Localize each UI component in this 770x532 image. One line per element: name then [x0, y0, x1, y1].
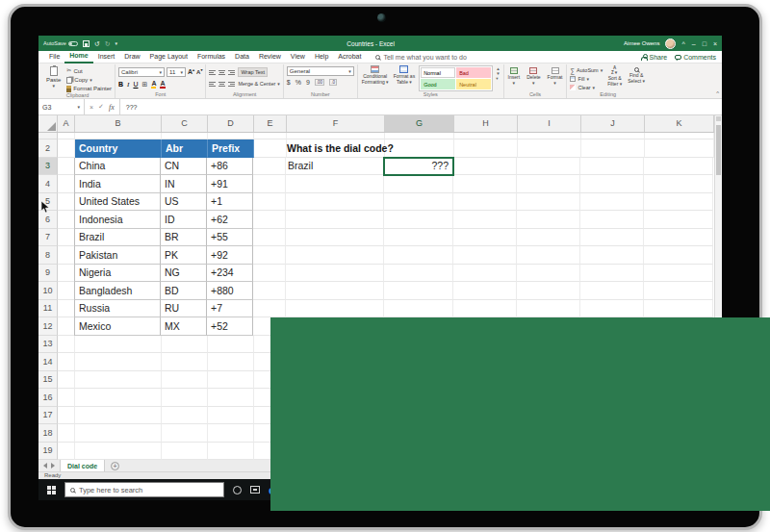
cell-G7[interactable] [384, 229, 453, 247]
style-neutral[interactable]: Neutral [456, 79, 491, 89]
ribbon-tab-draw[interactable]: Draw [119, 51, 144, 63]
cell-A9[interactable] [58, 265, 75, 283]
cell-B10[interactable]: Bangladesh [74, 282, 161, 300]
redo-icon[interactable]: ↻ [105, 40, 111, 47]
column-header-K[interactable]: K [645, 115, 714, 132]
cell-A11[interactable] [58, 300, 75, 318]
cell-D11[interactable]: +7 [207, 300, 253, 318]
row-header-10[interactable]: 10 [38, 282, 58, 300]
taskbar-search-input[interactable]: Type here to search [64, 482, 224, 497]
name-box[interactable]: G3 ▾ [38, 99, 85, 114]
insert-function-icon[interactable]: fx [109, 103, 115, 112]
format-as-table-button[interactable]: Format asTable ▾ [393, 65, 417, 85]
align-center-icon[interactable] [218, 81, 225, 88]
cell-H2[interactable] [454, 139, 518, 158]
row-header-9[interactable]: 9 [38, 265, 58, 283]
cell-B7[interactable]: Brazil [74, 229, 161, 247]
row-header-12[interactable]: 12 [38, 317, 58, 336]
ribbon-tab-review[interactable]: Review [254, 51, 286, 63]
cell-A18[interactable] [58, 424, 75, 443]
cell-D8[interactable]: +92 [207, 246, 253, 265]
cell-E6[interactable] [253, 211, 286, 229]
save-icon[interactable] [83, 40, 90, 47]
sort-filter-button[interactable]: AZ▼ Sort &Filter ▾ [606, 65, 623, 87]
ribbon-tab-home[interactable]: Home [64, 50, 92, 63]
cell-B16[interactable] [75, 389, 162, 407]
cell-D1[interactable] [208, 133, 254, 139]
user-name[interactable]: Aimee Owens [624, 40, 659, 46]
cell-G9[interactable] [384, 265, 453, 283]
cell-F11[interactable] [286, 300, 384, 318]
cell-C8[interactable]: PK [161, 246, 207, 265]
cell-E4[interactable] [253, 175, 286, 193]
cell-D9[interactable]: +234 [207, 265, 253, 283]
cell-F5[interactable] [286, 193, 384, 212]
cell-A17[interactable] [58, 407, 75, 425]
column-header-C[interactable]: C [162, 115, 208, 132]
cortana-icon[interactable] [233, 486, 242, 494]
cell-C19[interactable] [162, 443, 208, 461]
format-cells-button[interactable]: Format▾ [547, 67, 564, 86]
cell-F2[interactable]: What is the dial code? [287, 139, 385, 158]
cell-A13[interactable] [58, 336, 75, 354]
select-all-corner[interactable] [38, 115, 58, 132]
cell-J3[interactable] [580, 158, 644, 176]
collapse-ribbon-icon[interactable]: ^ [716, 90, 719, 96]
cell-F3[interactable]: Brazil [286, 158, 384, 176]
cell-E2[interactable] [254, 139, 287, 158]
cell-H1[interactable] [454, 133, 518, 139]
column-header-E[interactable]: E [254, 115, 287, 132]
ribbon-tab-formulas[interactable]: Formulas [192, 51, 230, 63]
cell-I10[interactable] [517, 282, 580, 300]
row-header-8[interactable]: 8 [38, 246, 58, 265]
cell-A16[interactable] [58, 389, 75, 407]
cell-D19[interactable] [208, 443, 254, 461]
cell-D14[interactable] [208, 353, 254, 371]
row-header-2[interactable]: 2 [38, 139, 58, 158]
style-normal[interactable]: Normal [421, 67, 455, 78]
cell-J6[interactable] [580, 211, 644, 229]
decrease-decimal-button[interactable]: .0 [329, 79, 337, 86]
ribbon-tab-page-layout[interactable]: Page Layout [145, 51, 192, 63]
ribbon-tab-help[interactable]: Help [310, 51, 333, 63]
cell-I4[interactable] [517, 175, 580, 193]
cell-K9[interactable] [644, 265, 713, 283]
cell-K11[interactable] [644, 300, 713, 318]
cell-B15[interactable] [75, 371, 162, 390]
row-header-16[interactable]: 16 [38, 389, 58, 407]
cell-B12[interactable]: Mexico [74, 317, 161, 336]
cell-A8[interactable] [58, 246, 75, 265]
row-header-1[interactable] [38, 133, 58, 139]
cell-A1[interactable] [58, 133, 75, 139]
cell-D4[interactable]: +91 [207, 175, 253, 193]
cell-C6[interactable]: ID [161, 211, 207, 229]
grow-font-button[interactable]: A▴ [188, 66, 194, 77]
cell-D12[interactable]: +52 [207, 317, 253, 336]
row-header-17[interactable]: 17 [38, 407, 58, 425]
cell-D7[interactable]: +55 [207, 229, 253, 247]
cell-C15[interactable] [162, 371, 208, 390]
cell-I3[interactable] [517, 158, 580, 176]
font-color-button[interactable]: A [160, 80, 165, 89]
cell-J4[interactable] [580, 175, 644, 193]
row-header-13[interactable]: 13 [38, 336, 58, 354]
gallery-more-icon[interactable]: ▾ [496, 76, 500, 81]
cell-J7[interactable] [580, 229, 644, 247]
ribbon-tab-acrobat[interactable]: Acrobat [333, 51, 366, 63]
cell-H11[interactable] [453, 300, 517, 318]
cell-C4[interactable]: IN [161, 175, 207, 193]
cell-A12[interactable] [58, 317, 75, 336]
cell-J9[interactable] [580, 265, 644, 283]
cell-H6[interactable] [453, 211, 517, 229]
column-header-D[interactable]: D [208, 115, 254, 132]
cell-K1[interactable] [645, 133, 714, 139]
cell-A7[interactable] [58, 229, 75, 247]
cell-B18[interactable] [75, 424, 162, 443]
cell-C2[interactable]: Abr [162, 139, 208, 158]
cell-I1[interactable] [518, 133, 581, 139]
share-button[interactable]: Share [641, 54, 667, 61]
cell-I8[interactable] [517, 246, 580, 265]
cell-C1[interactable] [162, 133, 208, 139]
ribbon-tab-view[interactable]: View [286, 51, 310, 63]
conditional-formatting-button[interactable]: ConditionalFormatting ▾ [361, 65, 390, 85]
